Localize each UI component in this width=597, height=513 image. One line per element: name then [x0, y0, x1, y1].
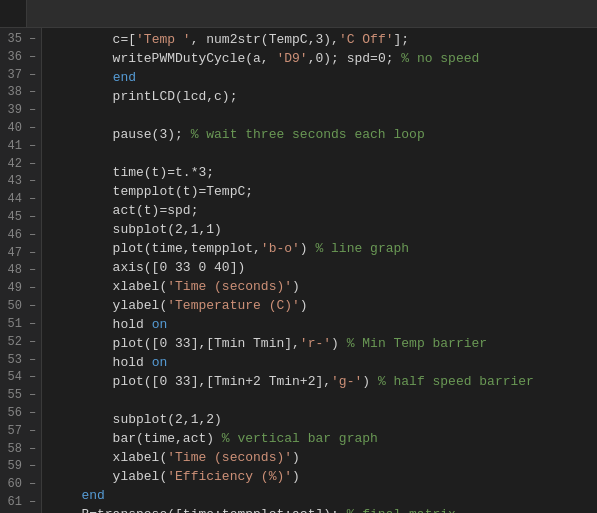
- code-token: 'Time (seconds)': [167, 450, 292, 465]
- line-number-row: 60–: [0, 475, 41, 493]
- line-number-row: 54–: [0, 368, 41, 386]
- line-num: 54: [2, 370, 26, 384]
- code-token: 'D9': [276, 51, 307, 66]
- line-num: 53: [2, 353, 26, 367]
- code-line: [50, 144, 597, 163]
- line-dash: –: [26, 32, 39, 46]
- line-num: 36: [2, 50, 26, 64]
- line-dash: –: [26, 442, 39, 456]
- code-token: end: [113, 70, 136, 85]
- line-number-row: 46–: [0, 226, 41, 244]
- code-line: plot([0 33],[Tmin Tmin],'r-') % Min Temp…: [50, 334, 597, 353]
- line-number-row: 43–: [0, 173, 41, 191]
- code-token: [50, 70, 112, 85]
- line-numbers-panel: 35–36–37–38–39–40–41–42–43–44–45–46–47–4…: [0, 28, 42, 513]
- code-line: tempplot(t)=TempC;: [50, 182, 597, 201]
- line-dash: –: [26, 317, 39, 331]
- code-token: % wait three seconds each loop: [191, 127, 425, 142]
- line-dash: –: [26, 299, 39, 313]
- code-token: plot([0 33],[Tmin Tmin],: [50, 336, 300, 351]
- line-dash: –: [26, 103, 39, 117]
- line-num: 58: [2, 442, 26, 456]
- code-token: ): [362, 374, 378, 389]
- code-line: plot(time,tempplot,'b-o') % line graph: [50, 239, 597, 258]
- tab-fanread[interactable]: [0, 0, 27, 27]
- line-dash: –: [26, 68, 39, 82]
- line-dash: –: [26, 192, 39, 206]
- line-num: 45: [2, 210, 26, 224]
- line-number-row: 47–: [0, 244, 41, 262]
- code-line: end: [50, 68, 597, 87]
- line-num: 57: [2, 424, 26, 438]
- line-num: 40: [2, 121, 26, 135]
- line-num: 60: [2, 477, 26, 491]
- code-line: printLCD(lcd,c);: [50, 87, 597, 106]
- line-number-row: 59–: [0, 458, 41, 476]
- code-area[interactable]: c=['Temp ', num2str(TempC,3),'C Off']; w…: [42, 28, 597, 513]
- code-token: % final matrix: [347, 507, 456, 513]
- code-token: % line graph: [315, 241, 409, 256]
- code-line: c=['Temp ', num2str(TempC,3),'C Off'];: [50, 30, 597, 49]
- code-token: 'g-': [331, 374, 362, 389]
- line-num: 46: [2, 228, 26, 242]
- line-dash: –: [26, 281, 39, 295]
- code-token: % half speed barrier: [378, 374, 534, 389]
- code-token: 'r-': [300, 336, 331, 351]
- code-line: [50, 106, 597, 125]
- code-line: hold on: [50, 315, 597, 334]
- line-num: 61: [2, 495, 26, 509]
- code-token: subplot(2,1,2): [50, 412, 222, 427]
- code-line: time(t)=t.*3;: [50, 163, 597, 182]
- code-token: [50, 488, 81, 503]
- line-num: 59: [2, 459, 26, 473]
- code-token: plot(time,tempplot,: [50, 241, 261, 256]
- line-dash: –: [26, 477, 39, 491]
- line-num: 47: [2, 246, 26, 260]
- code-token: ];: [393, 32, 409, 47]
- code-token: ): [292, 469, 300, 484]
- code-token: subplot(2,1,1): [50, 222, 222, 237]
- code-token: axis([0 33 0 40]): [50, 260, 245, 275]
- line-dash: –: [26, 424, 39, 438]
- line-number-row: 44–: [0, 190, 41, 208]
- line-number-row: 41–: [0, 137, 41, 155]
- code-token: % vertical bar graph: [222, 431, 378, 446]
- line-dash: –: [26, 174, 39, 188]
- code-token: B=transpose([time;tempplot;act]);: [50, 507, 346, 513]
- line-number-row: 39–: [0, 101, 41, 119]
- line-dash: –: [26, 459, 39, 473]
- line-num: 48: [2, 263, 26, 277]
- line-num: 35: [2, 32, 26, 46]
- code-line: hold on: [50, 353, 597, 372]
- code-token: time(t)=t.*3;: [50, 165, 214, 180]
- code-line: writePWMDutyCycle(a, 'D9',0); spd=0; % n…: [50, 49, 597, 68]
- code-line: [50, 391, 597, 410]
- code-line: xlabel('Time (seconds)'): [50, 277, 597, 296]
- new-tab-button[interactable]: [27, 0, 55, 27]
- line-dash: –: [26, 228, 39, 242]
- code-token: tempplot(t)=TempC;: [50, 184, 253, 199]
- code-token: on: [152, 317, 168, 332]
- line-num: 55: [2, 388, 26, 402]
- line-dash: –: [26, 157, 39, 171]
- line-number-row: 55–: [0, 386, 41, 404]
- code-line: xlabel('Time (seconds)'): [50, 448, 597, 467]
- line-num: 42: [2, 157, 26, 171]
- line-number-row: 49–: [0, 279, 41, 297]
- code-token: hold: [50, 317, 151, 332]
- code-line: ylabel('Efficiency (%)'): [50, 467, 597, 486]
- code-token: 'b-o': [261, 241, 300, 256]
- code-line: subplot(2,1,2): [50, 410, 597, 429]
- code-token: 'Temp ': [136, 32, 191, 47]
- code-token: ylabel(: [50, 298, 167, 313]
- code-token: ): [292, 279, 300, 294]
- line-dash: –: [26, 246, 39, 260]
- line-number-row: 61–: [0, 493, 41, 511]
- line-dash: –: [26, 353, 39, 367]
- code-token: ): [331, 336, 347, 351]
- code-token: hold: [50, 355, 151, 370]
- line-num: 49: [2, 281, 26, 295]
- line-number-row: 57–: [0, 422, 41, 440]
- code-line: end: [50, 486, 597, 505]
- code-container: 35–36–37–38–39–40–41–42–43–44–45–46–47–4…: [0, 28, 597, 513]
